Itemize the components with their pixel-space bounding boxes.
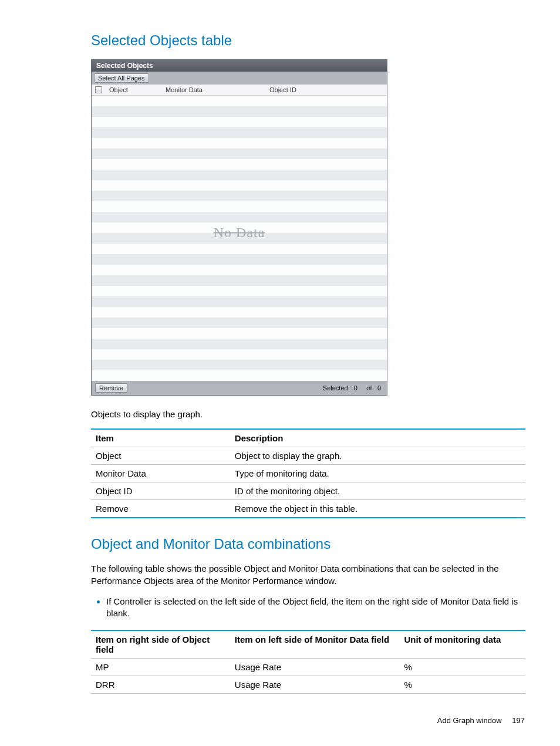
desc-header-description: Description [230,429,525,447]
selected-count-label: Selected: 0 of 0 [323,384,383,391]
desc-item: Monitor Data [91,465,230,482]
panel-footer: Remove Selected: 0 of 0 [92,381,387,395]
total-count: 0 [375,384,383,391]
desc-item: Object ID [91,482,230,500]
desc-text: Type of monitoring data. [230,465,525,482]
section-heading-selected-objects: Selected Objects table [91,32,525,49]
table-row: Object ID ID of the monitoring object. [91,482,525,500]
combo-cell: Usage Rate [230,676,400,694]
col-header-object-id[interactable]: Object ID [266,86,328,93]
combo-cell: DRR [91,676,230,694]
select-all-pages-button[interactable]: Select All Pages [94,73,149,83]
col-header-monitor-data[interactable]: Monitor Data [162,86,266,93]
section-heading-combinations: Object and Monitor Data combinations [91,536,525,552]
panel-body: No Data [92,96,387,381]
table-row: Monitor Data Type of monitoring data. [91,465,525,482]
combo-header-3: Unit of monitoring data [399,630,525,659]
panel-column-header: Object Monitor Data Object ID [92,85,387,96]
selected-count: 0 [352,384,360,391]
combo-cell: MP [91,659,230,676]
combinations-intro: The following table shows the possible O… [91,563,525,587]
desc-text: ID of the monitoring object. [230,482,525,500]
table-row: DRR Usage Rate % [91,676,525,694]
table-row: Object Object to display the graph. [91,447,525,465]
desc-item: Object [91,447,230,465]
remove-button[interactable]: Remove [95,383,127,393]
page-footer: Add Graph window 197 [437,716,525,725]
footer-page-number: 197 [512,716,525,725]
combo-cell: Usage Rate [230,659,400,676]
of-word: of [365,384,373,391]
selected-word: Selected: [323,384,350,391]
table-row: MP Usage Rate % [91,659,525,676]
desc-item: Remove [91,500,230,518]
desc-header-item: Item [91,429,230,447]
col-header-object[interactable]: Object [106,86,162,93]
select-all-checkbox[interactable] [95,86,102,93]
combo-header-1: Item on right side of Object field [91,630,230,659]
combo-cell: % [399,659,525,676]
combinations-table: Item on right side of Object field Item … [91,630,525,694]
selected-objects-panel: Selected Objects Select All Pages Object… [91,59,387,396]
item-description-table: Item Description Object Object to displa… [91,428,525,518]
panel-header: Selected Objects [92,60,387,72]
list-item: If Controller is selected on the left si… [106,595,525,620]
combo-cell: % [399,676,525,694]
selected-objects-caption: Objects to display the graph. [91,409,525,420]
combinations-notes: If Controller is selected on the left si… [91,595,525,620]
desc-text: Remove the object in this table. [230,500,525,518]
footer-title: Add Graph window [437,716,502,725]
combo-header-2: Item on left side of Monitor Data field [230,630,400,659]
desc-text: Object to display the graph. [230,447,525,465]
table-row: Remove Remove the object in this table. [91,500,525,518]
panel-toolbar: Select All Pages [92,72,387,85]
